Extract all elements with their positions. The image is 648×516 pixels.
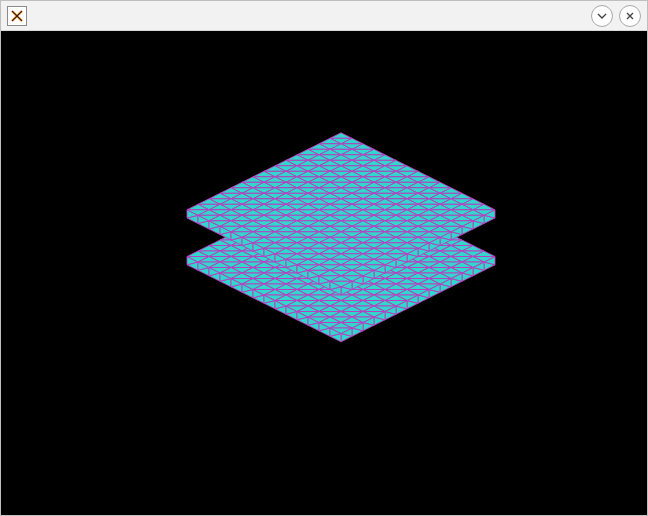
minimize-button[interactable]	[591, 5, 613, 27]
close-button[interactable]	[619, 5, 641, 27]
close-icon	[625, 11, 635, 21]
x11-icon	[7, 6, 27, 26]
chevron-down-icon	[597, 11, 607, 21]
mesh-canvas	[1, 31, 647, 515]
app-window	[0, 0, 648, 516]
titlebar	[1, 1, 647, 31]
render-viewport[interactable]	[1, 31, 647, 515]
svg-marker-504	[330, 133, 352, 139]
window-controls	[591, 5, 641, 27]
